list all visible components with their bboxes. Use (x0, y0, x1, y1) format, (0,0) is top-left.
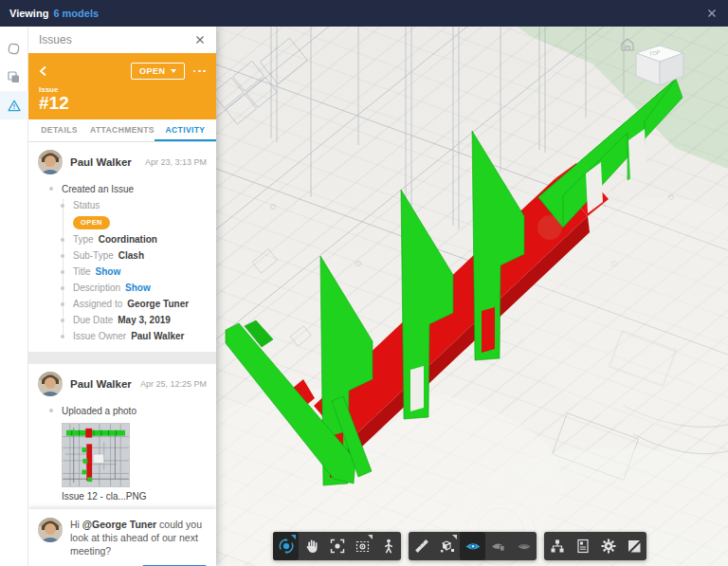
fullscreen-button[interactable] (621, 532, 646, 560)
viewer-canvas[interactable]: TOP (216, 27, 728, 566)
field-label: Issue Owner (73, 331, 126, 341)
comment-input[interactable]: Hi @George Tuner could you look at this … (70, 518, 207, 557)
field-label: Description (73, 283, 120, 293)
activity-card: Paul Walker Apr 25, 12:25 PM Uploaded a … (28, 364, 216, 509)
pan-button[interactable] (299, 532, 324, 560)
activity-action: Uploaded a photo (49, 402, 207, 419)
activity-timestamp: Apr 23, 3:13 PM (145, 157, 207, 167)
measure-icon (413, 538, 430, 555)
first-person-button[interactable] (375, 532, 401, 560)
rail-layers-button[interactable] (0, 63, 28, 91)
issue-status-label: OPEN (139, 66, 166, 76)
panel-title: Issues (39, 33, 72, 46)
flyout-badge (452, 535, 457, 539)
zoom-window-icon (329, 538, 346, 555)
settings-button[interactable] (595, 532, 621, 560)
back-chevron-icon[interactable] (39, 63, 56, 80)
field-value: George Tuner (127, 299, 189, 309)
viewing-label: Viewing (9, 8, 48, 19)
top-bar: Viewing 6 models (0, 0, 728, 27)
left-tool-rail (0, 27, 28, 566)
close-icon[interactable] (705, 7, 719, 20)
model-browser-icon (549, 538, 566, 555)
analysis-tool-group (409, 532, 537, 560)
rail-model-button[interactable] (0, 34, 28, 63)
status-badge: OPEN (73, 216, 110, 229)
attachment-filename[interactable]: Issue 12 - cla...PNG (62, 491, 207, 502)
orbit-icon (278, 538, 295, 555)
app-window: Viewing 6 models Issu (0, 0, 728, 566)
comment-composer: Hi @George Tuner could you look at this … (28, 509, 216, 566)
model-card-icon (7, 42, 21, 56)
ghost-clash-button[interactable] (511, 532, 537, 560)
field-label: Assigned to (73, 299, 122, 309)
measure-button[interactable] (409, 532, 434, 560)
pan-hand-icon (303, 538, 320, 555)
field-value: Coordination (99, 234, 157, 245)
activity-feed[interactable]: Paul Walker Apr 23, 3:13 PM Created an I… (28, 142, 216, 566)
activity-card: Paul Walker Apr 23, 3:13 PM Created an I… (28, 142, 216, 352)
activity-user: Paul Walker (70, 378, 132, 390)
show-clash-button[interactable] (460, 532, 485, 560)
viewer-3d-scene[interactable]: TOP (216, 27, 728, 566)
avatar (38, 518, 63, 542)
isolate-clash-button[interactable] (485, 532, 511, 560)
navigation-tool-group (273, 532, 401, 560)
issues-panel: Issues OPEN Issue #12 DETAILS ATTACHMENT (28, 27, 216, 566)
tab-activity[interactable]: ACTIVITY (155, 119, 216, 141)
mention: @George Tuner (82, 519, 156, 530)
tab-attachments[interactable]: ATTACHMENTS (90, 119, 155, 141)
caret-down-icon (171, 69, 176, 73)
field-label: Title (73, 266, 91, 277)
field-value: Clash (118, 250, 144, 261)
field-value: Paul Walker (131, 331, 184, 341)
zoom-window-button[interactable] (324, 532, 350, 560)
tab-details[interactable]: DETAILS (28, 119, 90, 141)
first-person-icon (380, 538, 397, 555)
fit-to-view-icon (355, 538, 372, 555)
explode-model-button[interactable] (434, 532, 460, 560)
fit-to-view-button[interactable] (350, 532, 375, 560)
properties-button[interactable] (570, 532, 595, 560)
isolate-clash-icon (490, 538, 507, 555)
properties-icon (574, 538, 592, 555)
panel-close-icon[interactable] (194, 34, 206, 46)
flyout-badge (368, 535, 373, 539)
fullscreen-icon (626, 538, 643, 555)
clash-point-marker (537, 215, 562, 240)
activity-user: Paul Walker (70, 156, 132, 168)
viewer-toolbar (273, 532, 646, 560)
settings-gear-icon (600, 538, 617, 555)
avatar (38, 150, 63, 174)
show-description-link[interactable]: Show (125, 283, 151, 293)
model-browser-button[interactable] (544, 532, 570, 560)
issue-number: #12 (39, 94, 206, 113)
field-value: May 3, 2019 (118, 315, 171, 325)
issue-label: Issue (39, 85, 206, 94)
flyout-badge (291, 535, 296, 539)
layers-icon (7, 70, 21, 84)
orbit-button[interactable] (273, 532, 299, 560)
avatar (38, 372, 63, 396)
models-count-link[interactable]: 6 models (53, 8, 99, 19)
issue-status-dropdown[interactable]: OPEN (131, 63, 185, 80)
show-title-link[interactable]: Show (96, 266, 121, 277)
issues-warning-icon (7, 99, 22, 113)
field-label: Due Date (73, 315, 113, 325)
issue-tabs: DETAILS ATTACHMENTS ACTIVITY (28, 119, 216, 142)
settings-tool-group (544, 532, 646, 560)
issues-panel-header: Issues (28, 27, 216, 53)
show-clash-eye-icon (464, 538, 482, 555)
field-label: Sub-Type (73, 250, 114, 261)
activity-action: Created an Issue (49, 180, 207, 197)
more-dots-icon[interactable] (193, 66, 206, 77)
photo-attachment-thumbnail[interactable] (62, 423, 130, 487)
issue-hero: OPEN Issue #12 (28, 53, 216, 119)
rail-issues-button[interactable] (0, 91, 28, 119)
field-label: Status (73, 200, 100, 210)
explode-model-icon (439, 538, 456, 555)
activity-timestamp: Apr 25, 12:25 PM (140, 379, 207, 389)
field-label: Type (73, 234, 94, 245)
ghost-clash-icon (516, 538, 533, 555)
